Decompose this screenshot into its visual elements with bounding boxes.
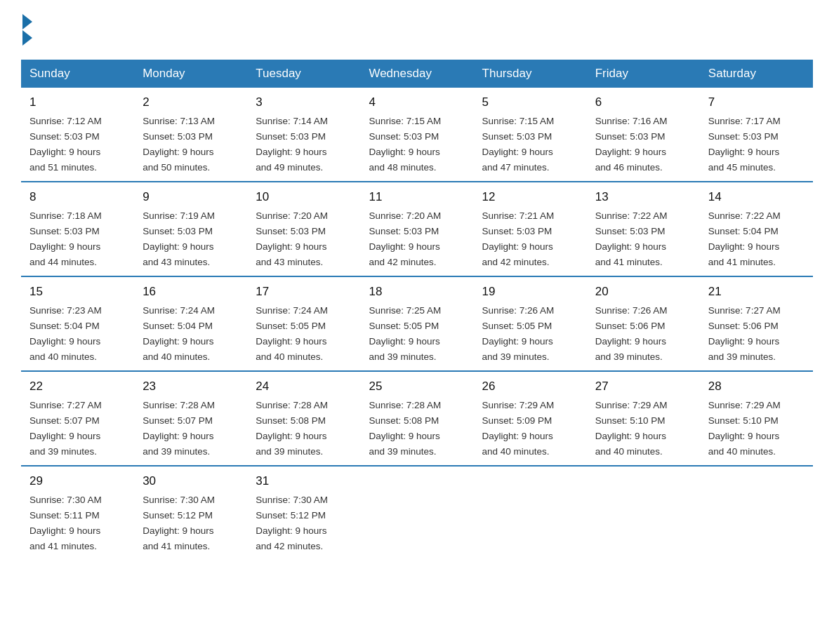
day-info: Sunrise: 7:28 AMSunset: 5:08 PMDaylight:… [369, 400, 441, 457]
day-info: Sunrise: 7:27 AMSunset: 5:06 PMDaylight:… [708, 305, 781, 362]
day-cell: 3Sunrise: 7:14 AMSunset: 5:03 PMDaylight… [247, 88, 360, 182]
calendar-table: SundayMondayTuesdayWednesdayThursdayFrid… [21, 60, 813, 560]
day-number: 20 [595, 283, 691, 301]
day-cell [474, 466, 587, 560]
day-number: 18 [369, 283, 465, 301]
day-number: 3 [256, 93, 352, 112]
day-info: Sunrise: 7:28 AMSunset: 5:07 PMDaylight:… [143, 400, 215, 457]
col-header-monday: Monday [134, 60, 247, 88]
day-info: Sunrise: 7:13 AMSunset: 5:03 PMDaylight:… [143, 116, 215, 173]
logo-arrows [22, 14, 32, 46]
day-cell: 29Sunrise: 7:30 AMSunset: 5:11 PMDayligh… [21, 466, 134, 560]
day-number: 15 [29, 283, 126, 301]
day-number: 12 [482, 188, 578, 206]
week-row-1: 1Sunrise: 7:12 AMSunset: 5:03 PMDaylight… [21, 88, 813, 182]
day-cell: 22Sunrise: 7:27 AMSunset: 5:07 PMDayligh… [21, 371, 134, 466]
logo [21, 14, 34, 46]
day-number: 13 [595, 188, 691, 206]
day-cell: 8Sunrise: 7:18 AMSunset: 5:03 PMDaylight… [21, 182, 134, 276]
col-header-thursday: Thursday [474, 60, 587, 88]
day-cell: 6Sunrise: 7:16 AMSunset: 5:03 PMDaylight… [587, 88, 700, 182]
day-info: Sunrise: 7:20 AMSunset: 5:03 PMDaylight:… [256, 210, 328, 267]
day-cell: 20Sunrise: 7:26 AMSunset: 5:06 PMDayligh… [587, 276, 700, 371]
day-info: Sunrise: 7:30 AMSunset: 5:12 PMDaylight:… [143, 495, 215, 551]
day-cell: 27Sunrise: 7:29 AMSunset: 5:10 PMDayligh… [587, 371, 700, 466]
day-number: 10 [256, 188, 352, 206]
day-number: 11 [369, 188, 465, 206]
day-cell [587, 466, 700, 560]
day-cell: 1Sunrise: 7:12 AMSunset: 5:03 PMDaylight… [21, 88, 134, 182]
day-cell: 26Sunrise: 7:29 AMSunset: 5:09 PMDayligh… [474, 371, 587, 466]
day-info: Sunrise: 7:17 AMSunset: 5:03 PMDaylight:… [708, 116, 781, 173]
day-number: 9 [143, 188, 239, 206]
day-number: 26 [482, 377, 578, 396]
day-cell [700, 466, 813, 560]
day-cell: 16Sunrise: 7:24 AMSunset: 5:04 PMDayligh… [134, 276, 247, 371]
day-info: Sunrise: 7:15 AMSunset: 5:03 PMDaylight:… [369, 116, 441, 173]
day-cell: 9Sunrise: 7:19 AMSunset: 5:03 PMDaylight… [134, 182, 247, 276]
day-number: 27 [595, 377, 691, 396]
day-info: Sunrise: 7:29 AMSunset: 5:09 PMDaylight:… [482, 400, 555, 457]
day-number: 31 [256, 472, 352, 490]
day-number: 5 [482, 93, 578, 112]
day-number: 22 [29, 377, 126, 396]
day-cell: 12Sunrise: 7:21 AMSunset: 5:03 PMDayligh… [474, 182, 587, 276]
week-row-3: 15Sunrise: 7:23 AMSunset: 5:04 PMDayligh… [21, 276, 813, 371]
day-info: Sunrise: 7:16 AMSunset: 5:03 PMDaylight:… [595, 116, 668, 173]
day-cell: 10Sunrise: 7:20 AMSunset: 5:03 PMDayligh… [247, 182, 360, 276]
day-info: Sunrise: 7:30 AMSunset: 5:12 PMDaylight:… [256, 495, 328, 551]
day-number: 28 [708, 377, 805, 396]
day-info: Sunrise: 7:22 AMSunset: 5:04 PMDaylight:… [708, 210, 781, 267]
day-cell: 11Sunrise: 7:20 AMSunset: 5:03 PMDayligh… [360, 182, 473, 276]
day-cell: 4Sunrise: 7:15 AMSunset: 5:03 PMDaylight… [360, 88, 473, 182]
day-cell: 30Sunrise: 7:30 AMSunset: 5:12 PMDayligh… [134, 466, 247, 560]
day-number: 21 [708, 283, 805, 301]
day-number: 29 [29, 472, 126, 490]
page-header [21, 14, 813, 46]
day-number: 2 [143, 93, 239, 112]
logo-arrow-up-icon [22, 14, 32, 29]
day-number: 7 [708, 93, 805, 112]
day-info: Sunrise: 7:25 AMSunset: 5:05 PMDaylight:… [369, 305, 441, 362]
day-cell: 13Sunrise: 7:22 AMSunset: 5:03 PMDayligh… [587, 182, 700, 276]
day-number: 23 [143, 377, 239, 396]
col-header-tuesday: Tuesday [247, 60, 360, 88]
day-number: 14 [708, 188, 805, 206]
week-row-4: 22Sunrise: 7:27 AMSunset: 5:07 PMDayligh… [21, 371, 813, 466]
day-cell: 14Sunrise: 7:22 AMSunset: 5:04 PMDayligh… [700, 182, 813, 276]
day-info: Sunrise: 7:26 AMSunset: 5:06 PMDaylight:… [595, 305, 668, 362]
day-number: 30 [143, 472, 239, 490]
day-info: Sunrise: 7:21 AMSunset: 5:03 PMDaylight:… [482, 210, 555, 267]
day-number: 1 [29, 93, 126, 112]
day-cell: 28Sunrise: 7:29 AMSunset: 5:10 PMDayligh… [700, 371, 813, 466]
day-cell: 21Sunrise: 7:27 AMSunset: 5:06 PMDayligh… [700, 276, 813, 371]
col-header-wednesday: Wednesday [360, 60, 473, 88]
col-header-friday: Friday [587, 60, 700, 88]
day-cell: 31Sunrise: 7:30 AMSunset: 5:12 PMDayligh… [247, 466, 360, 560]
day-number: 19 [482, 283, 578, 301]
day-info: Sunrise: 7:27 AMSunset: 5:07 PMDaylight:… [29, 400, 102, 457]
calendar-header-row: SundayMondayTuesdayWednesdayThursdayFrid… [21, 60, 813, 88]
day-info: Sunrise: 7:24 AMSunset: 5:04 PMDaylight:… [143, 305, 215, 362]
day-cell: 5Sunrise: 7:15 AMSunset: 5:03 PMDaylight… [474, 88, 587, 182]
day-number: 6 [595, 93, 691, 112]
day-number: 17 [256, 283, 352, 301]
day-number: 4 [369, 93, 465, 112]
day-cell: 2Sunrise: 7:13 AMSunset: 5:03 PMDaylight… [134, 88, 247, 182]
day-info: Sunrise: 7:23 AMSunset: 5:04 PMDaylight:… [29, 305, 102, 362]
day-info: Sunrise: 7:24 AMSunset: 5:05 PMDaylight:… [256, 305, 328, 362]
day-info: Sunrise: 7:26 AMSunset: 5:05 PMDaylight:… [482, 305, 555, 362]
week-row-5: 29Sunrise: 7:30 AMSunset: 5:11 PMDayligh… [21, 466, 813, 560]
day-number: 24 [256, 377, 352, 396]
day-cell [360, 466, 473, 560]
day-info: Sunrise: 7:29 AMSunset: 5:10 PMDaylight:… [708, 400, 781, 457]
day-info: Sunrise: 7:15 AMSunset: 5:03 PMDaylight:… [482, 116, 555, 173]
day-info: Sunrise: 7:28 AMSunset: 5:08 PMDaylight:… [256, 400, 328, 457]
day-info: Sunrise: 7:18 AMSunset: 5:03 PMDaylight:… [29, 210, 102, 267]
day-number: 8 [29, 188, 126, 206]
day-cell: 18Sunrise: 7:25 AMSunset: 5:05 PMDayligh… [360, 276, 473, 371]
day-info: Sunrise: 7:14 AMSunset: 5:03 PMDaylight:… [256, 116, 328, 173]
col-header-sunday: Sunday [21, 60, 134, 88]
day-cell: 19Sunrise: 7:26 AMSunset: 5:05 PMDayligh… [474, 276, 587, 371]
day-number: 25 [369, 377, 465, 396]
